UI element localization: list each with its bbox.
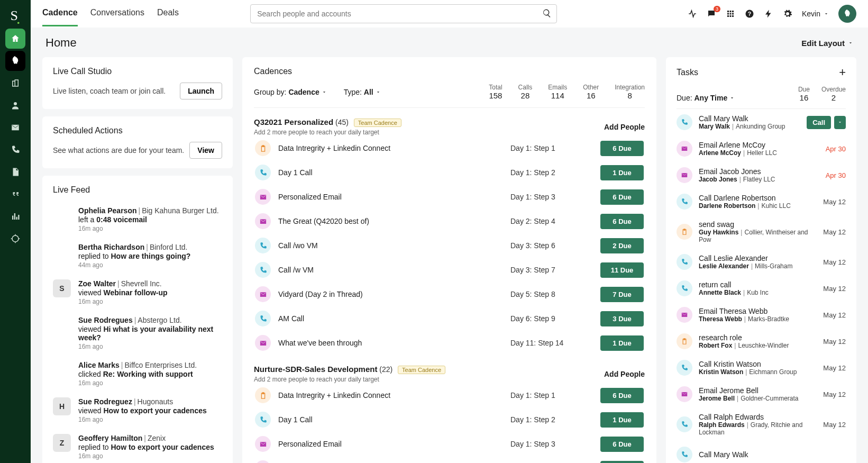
app-logo: S. bbox=[5, 5, 26, 26]
task-item[interactable]: research roleRobert Fox|Leuschke-Windler… bbox=[677, 328, 846, 355]
task-item[interactable]: return callAnnette Black|Kub IncMay 12 bbox=[677, 275, 846, 302]
type-dropdown[interactable]: Type: All bbox=[344, 88, 381, 96]
nav-tab-deals[interactable]: Deals bbox=[157, 1, 179, 26]
rail-calls[interactable] bbox=[5, 140, 25, 160]
rail-home[interactable] bbox=[5, 29, 25, 49]
feed-item[interactable]: Bertha Richardson|Binford Ltd.replied to… bbox=[53, 238, 222, 274]
cadence-step[interactable]: Day 1 CallDay 1: Step 21 Due bbox=[254, 160, 645, 185]
due-button[interactable]: 7 Due bbox=[600, 287, 644, 302]
cadence-step[interactable]: What we've been throughDay 11: Step 141 … bbox=[254, 331, 645, 355]
due-button[interactable]: 6 Due bbox=[600, 437, 644, 452]
apps-icon[interactable] bbox=[726, 9, 735, 19]
due-button[interactable]: 1 Due bbox=[600, 412, 644, 428]
rail-docs[interactable] bbox=[5, 162, 25, 182]
notifications-icon[interactable]: 3 bbox=[707, 9, 716, 19]
rail-target[interactable] bbox=[5, 229, 25, 249]
due-button[interactable]: 1 Due bbox=[600, 165, 644, 180]
rail-quotes[interactable] bbox=[5, 184, 25, 204]
task-item[interactable]: Call Darlene RobertsonDarlene Robertson|… bbox=[677, 188, 846, 215]
search-input[interactable] bbox=[250, 4, 557, 23]
add-people-button[interactable]: Add People bbox=[604, 123, 645, 131]
due-button[interactable]: 11 Due bbox=[600, 262, 644, 278]
due-button[interactable]: 3 Due bbox=[600, 311, 644, 326]
due-button[interactable]: 6 Due bbox=[600, 141, 644, 156]
tasks-panel: Tasks + Due: Any Time Due16Overdue2 Call… bbox=[666, 57, 856, 463]
call-icon bbox=[677, 447, 692, 462]
feed-item[interactable]: Ophelia Pearson|Big Kahuna Burger Ltd.le… bbox=[53, 201, 222, 238]
cadence-step[interactable]: Call /w VMDay 3: Step 711 Due bbox=[254, 258, 645, 282]
task-item[interactable]: Call Leslie AlexanderLeslie Alexander|Mi… bbox=[677, 249, 846, 275]
add-people-button[interactable]: Add People bbox=[604, 370, 645, 378]
launch-button[interactable]: Launch bbox=[180, 83, 222, 99]
view-button[interactable]: View bbox=[189, 142, 222, 159]
due-button[interactable]: 1 Due bbox=[600, 335, 644, 351]
feed-item[interactable]: ZGeoffery Hamilton|Zenixreplied to How t… bbox=[53, 429, 222, 463]
due-button[interactable]: 6 Due bbox=[600, 189, 644, 205]
task-item[interactable]: Email Theresa WebbTheresa Webb|Marks-Bra… bbox=[677, 302, 846, 328]
group-by-dropdown[interactable]: Group by: Cadence bbox=[254, 88, 327, 96]
bolt-icon[interactable] bbox=[764, 9, 773, 19]
rail-rocket[interactable] bbox=[5, 51, 25, 71]
call-button[interactable]: Call bbox=[807, 116, 831, 129]
email-icon bbox=[255, 436, 271, 452]
cadence-name[interactable]: Nurture-SDR-Sales Development bbox=[254, 365, 377, 374]
cadence-step[interactable]: Day 1 CallDay 1: Step 21 Due bbox=[254, 407, 645, 432]
help-icon[interactable] bbox=[745, 9, 754, 19]
task-item[interactable]: send swagGuy Hawkins|Collier, Wintheiser… bbox=[677, 215, 846, 249]
cadence-step[interactable]: AM CallDay 6: Step 93 Due bbox=[254, 306, 645, 331]
task-item[interactable]: Call Kristin WatsonKristin Watson|Eichma… bbox=[677, 355, 846, 381]
team-badge: Team Cadence bbox=[398, 366, 445, 374]
cadence-step[interactable]: Personalized EmailDay 1: Step 36 Due bbox=[254, 432, 645, 456]
call-icon bbox=[677, 254, 692, 270]
cadence-step[interactable]: The Great (Q42020 best of)Day 2: Step 46… bbox=[254, 209, 645, 233]
cadence-step[interactable]: Personalized EmailDay 1: Step 36 Due bbox=[254, 185, 645, 209]
feed-item[interactable]: SZoe Walter|Shevrell Inc.viewed Webinar … bbox=[53, 274, 222, 311]
task-item[interactable]: Call Mary WalkMary Walk|Ankunding GroupC… bbox=[677, 109, 846, 135]
edit-layout-button[interactable]: Edit Layout bbox=[801, 39, 853, 48]
due-button[interactable]: 6 Due bbox=[600, 461, 644, 464]
email-icon bbox=[255, 335, 271, 351]
task-item[interactable]: Email Jacob JonesJacob Jones|Flatley LLC… bbox=[677, 162, 846, 188]
add-task-button[interactable]: + bbox=[839, 67, 846, 78]
rail-email[interactable] bbox=[5, 117, 25, 138]
task-item[interactable]: Call Mary Walk bbox=[677, 441, 846, 463]
chart-icon bbox=[11, 212, 20, 221]
notif-badge: 3 bbox=[714, 6, 720, 12]
due-button[interactable]: 6 Due bbox=[600, 388, 644, 403]
settings-icon[interactable] bbox=[783, 9, 792, 19]
cadence-step[interactable]: The Great (Q42020 best of)Day 2: Step 46… bbox=[254, 456, 645, 463]
feed-item[interactable]: HSue Rodreguez|Hugonautsviewed How to ex… bbox=[53, 392, 222, 429]
cadence-step[interactable]: Data Intregrity + Linkedin ConnectDay 1:… bbox=[254, 136, 645, 160]
call-more-button[interactable] bbox=[834, 116, 846, 129]
task-item[interactable]: Call Ralph EdwardsRalph Edwards|Grady, R… bbox=[677, 407, 846, 441]
due-dropdown[interactable]: Due: Any Time bbox=[677, 94, 735, 102]
cadence-step[interactable]: Vidyard (Day 2 in Thread)Day 5: Step 87 … bbox=[254, 282, 645, 306]
task-item[interactable]: Email Arlene McCoyArlene McCoy|Heller LL… bbox=[677, 135, 846, 162]
tasks-title: Tasks bbox=[677, 68, 698, 77]
rail-analytics[interactable] bbox=[5, 206, 25, 226]
cadences-title: Cadences bbox=[254, 67, 645, 76]
search-icon[interactable] bbox=[542, 8, 552, 18]
live-call-desc: Live listen, coach team or join call. bbox=[53, 87, 166, 95]
cadence-name[interactable]: Q32021 Personalized bbox=[254, 117, 333, 126]
due-button[interactable]: 2 Due bbox=[600, 238, 644, 253]
due-button[interactable]: 6 Due bbox=[600, 214, 644, 229]
user-menu[interactable]: Kevin bbox=[802, 10, 829, 18]
task-icon bbox=[255, 387, 271, 403]
cadence-step[interactable]: Data Intregrity + Linkedin ConnectDay 1:… bbox=[254, 383, 645, 407]
launch-button[interactable] bbox=[838, 5, 856, 23]
chevron-down-icon bbox=[322, 89, 327, 95]
activity-icon[interactable] bbox=[688, 9, 697, 19]
nav-tab-cadence[interactable]: Cadence bbox=[42, 1, 78, 26]
nav-tab-conversations[interactable]: Conversations bbox=[90, 1, 144, 26]
feed-item[interactable]: Alice Marks|Biffco Enterprises Ltd.click… bbox=[53, 356, 222, 392]
feed-item[interactable]: Sue Rodregues|Abstergo Ltd.viewed Hi wha… bbox=[53, 311, 222, 356]
task-item[interactable]: Email Jerome BellJerome Bell|Goldner-Cum… bbox=[677, 381, 846, 407]
page-title: Home bbox=[45, 36, 77, 50]
cadence-step[interactable]: Call /wo VMDay 3: Step 62 Due bbox=[254, 233, 645, 258]
rail-people[interactable] bbox=[5, 95, 25, 115]
stat-emails: Emails114 bbox=[548, 84, 567, 100]
task-date: Apr 30 bbox=[826, 145, 846, 153]
task-stat-due: Due16 bbox=[798, 86, 810, 102]
rail-accounts[interactable] bbox=[5, 73, 25, 93]
